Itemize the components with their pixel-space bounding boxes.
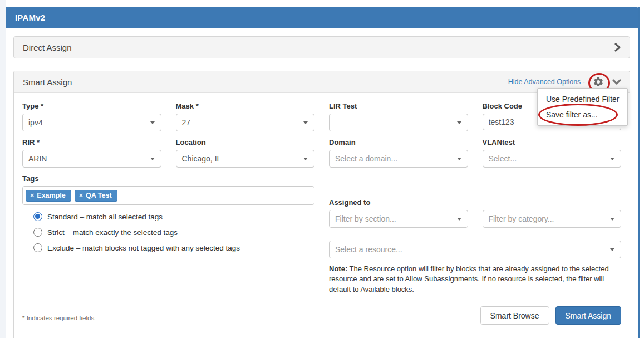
tag-match-option-exclude[interactable]: Exclude – match blocks not tagged with a… [33, 243, 314, 252]
tags-column: Tags × Example × QA Test [22, 174, 314, 325]
mask-field: Mask * 27 [176, 102, 315, 131]
dropdown-caret-icon [610, 248, 614, 251]
smart-assign-button[interactable]: Smart Assign [555, 306, 621, 325]
mask-select[interactable]: 27 [176, 114, 315, 131]
assigned-to-label: Assigned to [329, 198, 621, 207]
type-select-value: ipv4 [28, 118, 43, 127]
domain-select-placeholder: Select a domain... [335, 154, 397, 163]
dropdown-caret-icon [303, 121, 308, 124]
type-field: Type * ipv4 [22, 102, 161, 131]
tags-label: Tags [22, 174, 314, 183]
lir-test-select[interactable] [329, 114, 468, 131]
app-title: IPAMv2 [15, 13, 45, 22]
rir-select-value: ARIN [28, 154, 47, 163]
vlantest-select-placeholder: Select... [489, 154, 517, 163]
rir-field: RIR * ARIN [22, 138, 161, 168]
domain-select[interactable]: Select a domain... [329, 150, 468, 168]
hide-advanced-options-link[interactable]: Hide Advanced Options - [508, 78, 585, 86]
radio-button-icon[interactable] [33, 212, 42, 221]
radio-label: Standard – match all selected tags [47, 213, 163, 221]
mask-select-value: 27 [182, 118, 191, 127]
resource-note-text: The Resource option will filter by block… [329, 264, 609, 293]
vlantest-field: VLANtest Select... [483, 138, 622, 168]
location-field: Location Chicago, IL [176, 138, 315, 168]
mask-label: Mask * [176, 102, 315, 110]
dropdown-caret-icon [610, 158, 614, 160]
tag-match-option-standard[interactable]: Standard – match all selected tags [33, 212, 314, 221]
radio-label: Strict – match exactly the selected tags [47, 228, 178, 237]
filter-gear-button[interactable] [592, 76, 604, 88]
filter-by-category-placeholder: Filter by category... [489, 214, 554, 223]
app-body: Direct Assign Smart Assign Hide Advanced… [6, 28, 638, 338]
dropdown-caret-icon [610, 218, 614, 221]
vlantest-select[interactable]: Select... [483, 150, 622, 168]
remove-tag-icon[interactable]: × [30, 192, 34, 199]
assigned-to-column: Assigned to Filter by section... Filter … [329, 174, 621, 325]
save-filter-as-menu-item[interactable]: Save filter as... [538, 107, 627, 123]
location-select[interactable]: Chicago, IL [176, 150, 315, 168]
direct-assign-title: Direct Assign [23, 43, 72, 52]
smart-assign-panel: Smart Assign Hide Advanced Options - [13, 71, 630, 338]
location-label: Location [176, 138, 315, 146]
dropdown-caret-icon [303, 158, 308, 160]
filter-gear-menu: Use Predefined Filter Save filter as... [537, 88, 628, 126]
rir-select[interactable]: ARIN [22, 150, 161, 168]
resource-note-prefix: Note: [329, 264, 347, 273]
chevron-right-icon[interactable] [613, 42, 622, 52]
tag-chip[interactable]: × Example [26, 190, 71, 202]
dropdown-caret-icon [150, 158, 155, 160]
vlantest-label: VLANtest [483, 138, 622, 146]
filter-by-section-placeholder: Filter by section... [335, 214, 396, 223]
radio-label: Exclude – match blocks not tagged with a… [47, 244, 240, 252]
radio-button-icon[interactable] [33, 228, 42, 237]
smart-assign-body: Type * ipv4 Mask * 27 [14, 93, 630, 338]
radio-button-icon[interactable] [33, 243, 42, 252]
tag-match-option-strict[interactable]: Strict – match exactly the selected tags [33, 228, 314, 237]
lir-test-field: LIR Test [329, 102, 468, 131]
ipam-app-panel: IPAMv2 Direct Assign Smart Assign Hide A… [6, 7, 638, 338]
window-right-edge [638, 7, 640, 338]
rir-label: RIR * [22, 138, 161, 146]
smart-assign-title: Smart Assign [23, 77, 72, 87]
tag-chip-label: Example [37, 192, 65, 199]
action-buttons: Smart Browse Smart Assign [329, 306, 621, 325]
domain-label: Domain [329, 138, 468, 146]
assigned-to-filters: Filter by section... Filter by category.… [329, 210, 621, 228]
required-fields-note: * Indicates required fields [22, 315, 314, 321]
tags-input-box[interactable]: × Example × QA Test [22, 186, 314, 205]
resource-select-placeholder: Select a resource... [335, 245, 402, 254]
type-label: Type * [22, 102, 161, 110]
app-header: IPAMv2 [6, 7, 638, 28]
lir-test-label: LIR Test [329, 102, 468, 110]
resource-select[interactable]: Select a resource... [329, 241, 621, 258]
domain-field: Domain Select a domain... [329, 138, 468, 168]
smart-assign-header-controls: Hide Advanced Options - [508, 76, 622, 88]
use-predefined-filter-menu-item[interactable]: Use Predefined Filter [538, 91, 627, 107]
dropdown-caret-icon [457, 218, 461, 221]
chevron-down-icon[interactable] [612, 78, 622, 86]
direct-assign-panel[interactable]: Direct Assign [13, 36, 630, 58]
filter-by-section-select[interactable]: Filter by section... [329, 210, 468, 228]
tag-chip-label: QA Test [86, 192, 112, 199]
smart-browse-button[interactable]: Smart Browse [480, 306, 549, 325]
dropdown-caret-icon [457, 121, 461, 124]
smart-assign-lower-section: Tags × Example × QA Test [14, 174, 630, 325]
dropdown-caret-icon [457, 158, 461, 160]
type-select[interactable]: ipv4 [22, 114, 161, 131]
tag-match-options: Standard – match all selected tags Stric… [33, 212, 314, 259]
dropdown-caret-icon [150, 121, 155, 124]
smart-assign-header: Smart Assign Hide Advanced Options - [14, 71, 630, 93]
filter-by-category-select[interactable]: Filter by category... [483, 210, 622, 228]
resource-note: Note: The Resource option will filter by… [329, 264, 621, 295]
tag-chip[interactable]: × QA Test [75, 190, 117, 202]
gear-icon [593, 76, 604, 87]
remove-tag-icon[interactable]: × [79, 192, 83, 199]
location-select-value: Chicago, IL [182, 154, 222, 163]
